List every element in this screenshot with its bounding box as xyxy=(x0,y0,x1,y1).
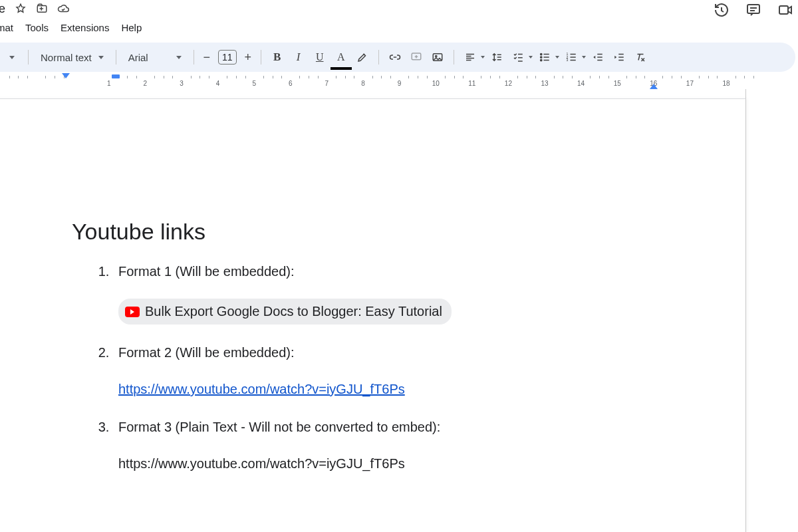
youtube-plain-text[interactable]: https://www.youtube.com/watch?v=iyGJU_fT… xyxy=(118,456,405,471)
menu-extensions[interactable]: Extensions xyxy=(61,22,109,33)
toolbar: Normal text Arial − 11 + B I U A xyxy=(0,43,795,72)
insert-image-button[interactable] xyxy=(428,48,447,66)
ruler-number: 17 xyxy=(686,80,694,87)
checklist-dropdown[interactable] xyxy=(509,48,533,66)
list-item-label: Format 1 (Will be embedded): xyxy=(118,264,295,279)
menu-tools[interactable]: Tools xyxy=(25,22,49,33)
numbered-list-icon: 123 xyxy=(562,48,581,66)
paragraph-style-dropdown[interactable]: Normal text xyxy=(35,52,109,63)
align-icon xyxy=(461,48,479,66)
ruler-number: 18 xyxy=(722,80,730,87)
chevron-down-icon xyxy=(176,56,182,59)
cloud-saved-icon[interactable] xyxy=(57,3,69,15)
indent-increase-button[interactable] xyxy=(610,48,628,66)
ruler-number: 12 xyxy=(505,80,512,87)
youtube-hyperlink[interactable]: https://www.youtube.com/watch?v=iyGJU_fT… xyxy=(118,382,405,396)
ruler-number: 5 xyxy=(252,80,256,87)
right-indent-marker[interactable] xyxy=(650,84,658,89)
ruler-number: 1 xyxy=(107,80,111,87)
underline-button[interactable]: U xyxy=(311,48,329,66)
bullet-list-icon xyxy=(535,48,554,66)
list-item[interactable]: Format 3 (Plain Text - Will not be conve… xyxy=(113,418,692,473)
bullet-list-dropdown[interactable] xyxy=(535,48,559,66)
star-icon[interactable] xyxy=(15,3,27,15)
italic-button[interactable]: I xyxy=(289,48,308,66)
highlight-button[interactable] xyxy=(353,48,372,66)
ruler-number: 6 xyxy=(289,80,293,87)
font-size-decrease[interactable]: − xyxy=(201,51,213,65)
bold-button[interactable]: B xyxy=(268,48,287,66)
menu-help[interactable]: Help xyxy=(121,22,142,33)
svg-point-6 xyxy=(540,53,541,55)
text-color-button[interactable]: A xyxy=(332,48,350,66)
ruler-number: 11 xyxy=(468,80,475,87)
font-size-increase[interactable]: + xyxy=(242,51,254,65)
first-line-indent-marker[interactable] xyxy=(112,74,120,78)
ruler-number: 10 xyxy=(432,80,440,87)
list-item-label: Format 2 (Will be embedded): xyxy=(118,345,295,360)
comments-icon[interactable] xyxy=(745,1,762,19)
ruler-number: 2 xyxy=(144,80,148,87)
svg-rect-2 xyxy=(779,6,788,14)
svg-point-5 xyxy=(435,55,436,57)
checklist-icon xyxy=(509,48,527,66)
document-heading[interactable]: Youtube links xyxy=(72,219,692,245)
ruler-number: 7 xyxy=(325,80,329,87)
ruler[interactable]: 123456789101112131415161718 xyxy=(0,74,798,89)
ruler-number: 9 xyxy=(398,80,402,87)
list-item[interactable]: Format 1 (Will be embedded): Bulk Export… xyxy=(113,262,692,325)
move-icon[interactable] xyxy=(36,3,48,15)
ruler-number: 13 xyxy=(541,80,548,87)
youtube-smart-chip[interactable]: Bulk Export Google Docs to Blogger: Easy… xyxy=(118,299,452,325)
menu-format[interactable]: rmat xyxy=(0,22,13,33)
svg-point-7 xyxy=(540,57,541,58)
list-item[interactable]: Format 2 (Will be embedded): https://www… xyxy=(113,343,692,399)
line-spacing-button[interactable] xyxy=(487,48,506,66)
align-dropdown[interactable] xyxy=(461,48,485,66)
font-size-input[interactable]: 11 xyxy=(218,50,237,65)
svg-text:3: 3 xyxy=(566,58,568,62)
document-page[interactable]: Youtube links Format 1 (Will be embedded… xyxy=(0,98,746,532)
meet-icon[interactable] xyxy=(777,1,794,19)
youtube-play-icon xyxy=(125,307,140,317)
ruler-number: 8 xyxy=(361,80,365,87)
add-comment-button[interactable] xyxy=(407,48,426,66)
chevron-down-icon xyxy=(98,56,104,59)
numbered-list-dropdown[interactable]: 123 xyxy=(562,48,586,66)
left-indent-marker[interactable] xyxy=(62,73,70,78)
font-family-dropdown[interactable]: Arial xyxy=(123,52,187,63)
more-left-icon[interactable] xyxy=(3,48,21,66)
history-icon[interactable] xyxy=(713,1,730,19)
ruler-number: 4 xyxy=(216,80,220,87)
clear-formatting-button[interactable] xyxy=(631,48,650,66)
paragraph-style-label: Normal text xyxy=(41,52,92,63)
document-list[interactable]: Format 1 (Will be embedded): Bulk Export… xyxy=(72,262,692,473)
ruler-number: 14 xyxy=(577,80,585,87)
list-item-label: Format 3 (Plain Text - Will not be conve… xyxy=(118,420,440,434)
svg-rect-1 xyxy=(747,5,759,13)
indent-decrease-button[interactable] xyxy=(589,48,607,66)
insert-link-button[interactable] xyxy=(386,48,404,66)
svg-point-8 xyxy=(540,59,541,61)
ruler-number: 15 xyxy=(614,80,621,87)
ruler-number: 3 xyxy=(180,80,184,87)
font-family-label: Arial xyxy=(128,52,148,63)
youtube-chip-title: Bulk Export Google Docs to Blogger: Easy… xyxy=(145,302,442,321)
doc-title-fragment[interactable]: be xyxy=(0,2,5,16)
